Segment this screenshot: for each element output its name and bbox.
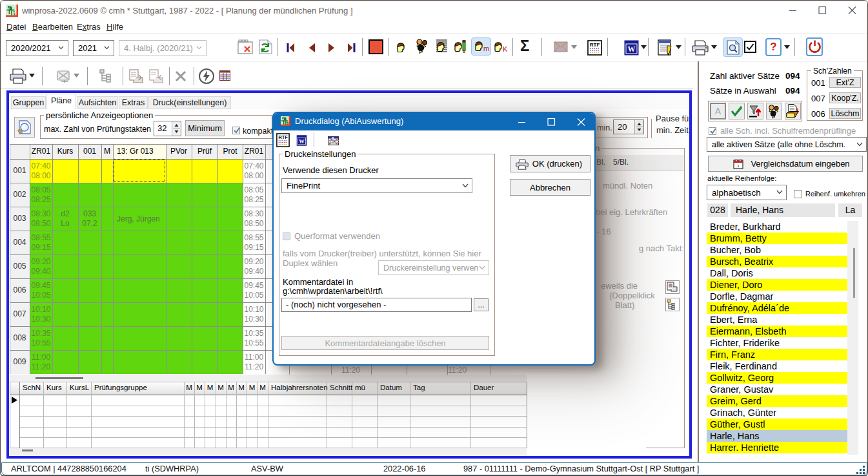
svg-text:RTF: RTF	[590, 42, 600, 48]
svg-text:m: m	[483, 45, 489, 52]
svg-text:K: K	[503, 45, 508, 53]
svg-text:W: W	[299, 138, 305, 145]
svg-text:W: W	[628, 45, 636, 54]
svg-text:RTF: RTF	[278, 134, 288, 140]
